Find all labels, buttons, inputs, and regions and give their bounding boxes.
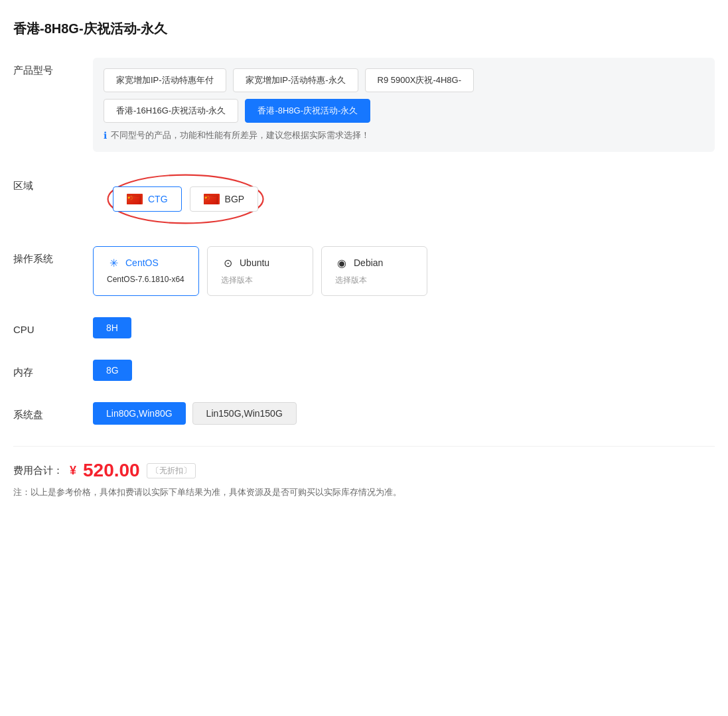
region-ctg-button[interactable]: CTG <box>113 186 182 212</box>
os-row: 操作系统 ✳ CentOS CentOS-7.6.1810-x64 ⊙ Ubun… <box>13 246 715 296</box>
fee-label: 费用合计： <box>13 465 63 477</box>
ctg-flag-icon <box>127 194 143 204</box>
product-type-label: 产品型号 <box>13 58 93 77</box>
os-centos-version: CentOS-7.6.1810-x64 <box>107 275 185 284</box>
region-ctg-label: CTG <box>148 194 168 204</box>
page-title: 香港-8H8G-庆祝活动-永久 <box>13 20 715 38</box>
product-options-container: 家宽增加IP-活动特惠年付 家宽增加IP-活动特惠-永久 R9 5900X庆祝-… <box>93 58 715 152</box>
product-option-grid: 家宽增加IP-活动特惠年付 家宽增加IP-活动特惠-永久 R9 5900X庆祝-… <box>104 68 704 92</box>
region-wrapper: CTG BGP <box>93 173 278 225</box>
disk-options: Lin80G,Win80G Lin150G,Win150G <box>93 402 715 425</box>
fee-disclaimer: 注：以上是参考价格，具体扣费请以实际下单结果为准，具体资源及是否可购买以实际库存… <box>13 486 715 498</box>
product-option-1[interactable]: 家宽增加IP-活动特惠年付 <box>104 68 226 92</box>
os-label: 操作系统 <box>13 246 93 265</box>
os-ubuntu-name: ⊙ Ubuntu <box>221 256 299 269</box>
product-type-row: 产品型号 家宽增加IP-活动特惠年付 家宽增加IP-活动特惠-永久 R9 590… <box>13 58 715 152</box>
product-option-2[interactable]: 家宽增加IP-活动特惠-永久 <box>233 68 358 92</box>
fee-row: 费用合计： ¥ 520.00 〔无折扣〕 <box>13 460 715 481</box>
centos-icon: ✳ <box>107 256 120 269</box>
product-type-content: 家宽增加IP-活动特惠年付 家宽增加IP-活动特惠-永久 R9 5900X庆祝-… <box>93 58 715 152</box>
region-buttons: CTG BGP <box>113 186 258 212</box>
region-row: 区域 CTG BGP <box>13 173 715 225</box>
region-content: CTG BGP <box>93 173 715 225</box>
disk-label: 系统盘 <box>13 402 93 421</box>
info-icon: ℹ <box>104 130 107 141</box>
product-option-grid-2: 香港-16H16G-庆祝活动-永久 香港-8H8G-庆祝活动-永久 <box>104 99 704 123</box>
cpu-8h-button[interactable]: 8H <box>93 317 131 338</box>
region-bgp-button[interactable]: BGP <box>190 186 259 212</box>
cpu-content: 8H <box>93 317 715 338</box>
disk-lin150g-button[interactable]: Lin150G,Win150G <box>192 402 297 425</box>
os-card-debian[interactable]: ◉ Debian 选择版本 <box>321 246 427 296</box>
memory-options: 8G <box>93 360 715 381</box>
cpu-label: CPU <box>13 317 93 335</box>
os-ubuntu-placeholder: 选择版本 <box>221 275 299 286</box>
debian-icon: ◉ <box>335 256 348 269</box>
memory-row: 内存 8G <box>13 360 715 381</box>
cpu-options: 8H <box>93 317 715 338</box>
bgp-flag-icon <box>204 194 220 204</box>
os-options: ✳ CentOS CentOS-7.6.1810-x64 ⊙ Ubuntu 选择… <box>93 246 715 296</box>
os-centos-name: ✳ CentOS <box>107 256 185 269</box>
product-option-3[interactable]: R9 5900X庆祝-4H8G- <box>365 68 474 92</box>
fee-symbol: ¥ <box>70 464 76 478</box>
fee-divider <box>13 446 715 447</box>
region-label: 区域 <box>13 173 93 192</box>
os-card-ubuntu[interactable]: ⊙ Ubuntu 选择版本 <box>207 246 313 296</box>
disk-lin80g-button[interactable]: Lin80G,Win80G <box>93 402 186 425</box>
memory-content: 8G <box>93 360 715 381</box>
fee-price: 520.00 <box>83 460 140 481</box>
cpu-row: CPU 8H <box>13 317 715 338</box>
product-option-4[interactable]: 香港-16H16G-庆祝活动-永久 <box>104 99 238 123</box>
os-card-centos[interactable]: ✳ CentOS CentOS-7.6.1810-x64 <box>93 246 199 296</box>
os-debian-name: ◉ Debian <box>335 256 413 269</box>
disk-row: 系统盘 Lin80G,Win80G Lin150G,Win150G <box>13 402 715 425</box>
disk-content: Lin80G,Win80G Lin150G,Win150G <box>93 402 715 425</box>
product-option-5[interactable]: 香港-8H8G-庆祝活动-永久 <box>245 99 370 123</box>
memory-label: 内存 <box>13 360 93 379</box>
product-tip: ℹ 不同型号的产品，功能和性能有所差异，建议您根据实际需求选择！ <box>104 129 704 141</box>
ubuntu-icon: ⊙ <box>221 256 234 269</box>
fee-note: 〔无折扣〕 <box>147 463 196 478</box>
product-tip-text: 不同型号的产品，功能和性能有所差异，建议您根据实际需求选择！ <box>111 129 370 141</box>
os-debian-placeholder: 选择版本 <box>335 275 413 286</box>
memory-8g-button[interactable]: 8G <box>93 360 132 381</box>
region-bgp-label: BGP <box>225 194 245 204</box>
os-content: ✳ CentOS CentOS-7.6.1810-x64 ⊙ Ubuntu 选择… <box>93 246 715 296</box>
